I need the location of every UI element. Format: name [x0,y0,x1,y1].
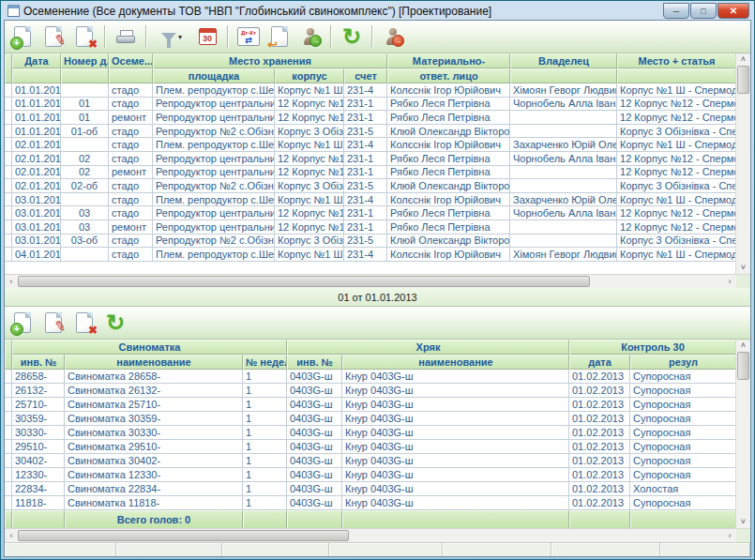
horizontal-scrollbar[interactable]: ‹ › [5,275,736,288]
table-row[interactable]: 26132- Свиноматка 26132- 1 0403G-ш Кнур … [5,384,735,398]
cell-boar-inv[interactable]: 0403G-ш [287,482,342,496]
cell-boar-name[interactable]: Кнур 0403G-ш [342,454,569,468]
cell-owner[interactable]: Хімоян Геворг Людвигович [510,248,617,262]
cell-sow-inv[interactable]: 25710- [12,398,65,412]
cell-place[interactable]: 12 Корпус №12 - Спермодози [617,220,735,235]
cell-account[interactable]: 231-1 [344,166,387,180]
cell-sow-inv[interactable]: 30359- [12,412,65,426]
cell-sow-inv[interactable]: 28658- [12,370,65,384]
table-row[interactable]: 22834- Свиноматка 22834- 1 0403G-ш Кнур … [5,482,735,496]
cell-number[interactable] [61,83,109,98]
cell-mol[interactable]: Колєснік Ігор Юрійович [387,248,510,262]
cell-sow-name[interactable]: Свиноматка 11818- [65,496,243,510]
cell-boar-name[interactable]: Кнур 0403G-ш [342,468,569,482]
scroll-up-icon[interactable]: ˄ [737,340,750,352]
table-row[interactable]: 01.01.2013 стадо Плем. репродуктор с.Шеп… [5,83,735,98]
column-header-inseminator[interactable]: Осеме... [109,53,153,68]
cell-week[interactable]: 1 [243,454,287,468]
filter-button[interactable]: ▾ [153,23,190,50]
scroll-up-icon[interactable]: ˄ [737,53,750,66]
cell-number[interactable] [61,138,109,152]
row-selector[interactable] [5,111,12,125]
column-header-date[interactable]: Дата [12,53,61,68]
cell-owner[interactable]: Чорнобель Алла Іванівна [510,206,617,220]
column-header-place[interactable]: Место + статья [617,53,735,68]
cell-site[interactable]: Репродуктор центральний м... [153,166,275,180]
scroll-down-icon[interactable]: ˅ [737,262,750,274]
cell-week[interactable]: 1 [243,468,287,482]
table-row[interactable]: 28658- Свиноматка 28658- 1 0403G-ш Кнур … [5,370,735,384]
cell-boar-inv[interactable]: 0403G-ш [287,370,342,384]
row-selector[interactable] [5,179,12,193]
refresh-detail-button[interactable]: ↻ [101,310,129,336]
row-selector[interactable] [5,454,12,468]
cell-building[interactable]: 12 Корпус №12 [275,166,344,180]
minimize-button[interactable]: ─ [663,3,689,19]
cell-boar-inv[interactable]: 0403G-ш [287,496,342,510]
cell-owner[interactable]: Захарченко Юрій Олекса... [510,138,617,152]
row-selector[interactable] [5,412,12,426]
cell-account[interactable]: 231-5 [344,235,387,249]
cell-owner[interactable]: Чорнобель Алла Іванівна [510,152,617,166]
cell-site[interactable]: Репродуктор центральний м... [153,220,275,235]
column-group-control30[interactable]: Контроль 30 [569,340,735,355]
cell-control-date[interactable]: 01.02.2013 [569,482,630,496]
horizontal-scrollbar[interactable]: ‹ › [5,529,736,542]
cell-account[interactable]: 231-1 [344,152,387,166]
column-header-week[interactable]: № недели [243,355,287,370]
cell-sow-inv[interactable]: 22834- [12,482,65,496]
row-selector[interactable] [5,235,12,249]
cell-mol[interactable]: Рябко Леся Петрівна [387,98,510,112]
cell-place[interactable]: Корпус 3 Обізнівка - Спермод [617,235,735,249]
calendar-button[interactable]: 30 [193,23,221,50]
cell-number[interactable]: 03 [61,206,109,220]
cell-owner[interactable]: Захарченко Юрій Олекса... [510,193,617,207]
cell-sow-inv[interactable]: 30402- [12,454,65,468]
print-button[interactable] [112,23,140,50]
cell-date[interactable]: 01.01.2013 [12,98,61,112]
cell-week[interactable]: 1 [243,412,287,426]
cell-date[interactable]: 02.01.2013 [12,152,61,166]
table-row[interactable]: 11818- Свиноматка 11818- 1 0403G-ш Кнур … [5,496,735,510]
cell-number[interactable]: 03-об [61,235,109,249]
column-header-control-date[interactable]: дата [569,355,630,370]
cell-boar-inv[interactable]: 0403G-ш [287,384,342,398]
cell-sow-name[interactable]: Свиноматка 25710- [65,398,243,412]
cell-boar-inv[interactable]: 0403G-ш [287,412,342,426]
cell-sow-inv[interactable]: 29510- [12,440,65,454]
cell-date[interactable]: 03.01.2013 [12,235,61,249]
cell-sow-inv[interactable]: 12330- [12,468,65,482]
table-row[interactable]: 01.01.2013 01 ремонт Репродуктор централ… [5,111,735,125]
cell-owner[interactable] [510,125,617,139]
cell-mol[interactable]: Рябко Леся Петрівна [387,166,510,180]
cell-owner[interactable] [510,179,617,193]
table-row[interactable]: 02.01.2013 стадо Плем. репродуктор с.Шеп… [5,138,735,152]
cell-site[interactable]: Репродуктор центральний м... [153,206,275,220]
cell-sow-name[interactable]: Свиноматка 30330- [65,426,243,440]
column-group-storage[interactable]: Место хранения [153,53,387,68]
scrollbar-thumb[interactable] [737,352,749,380]
cell-boar-name[interactable]: Кнур 0403G-ш [342,384,569,398]
table-row[interactable]: 30330- Свиноматка 30330- 1 0403G-ш Кнур … [5,426,735,440]
cell-place[interactable]: Корпус 3 Обізнівка - Спермод [617,125,735,139]
debit-credit-button[interactable]: Дт-Кт ⇄ [234,23,263,50]
cell-site[interactable]: Репродуктор центральний м... [153,98,275,112]
cell-mol[interactable]: Клюй Олександр Вікторович [387,125,510,139]
table-row[interactable]: 01.01.2013 01-об стадо Репродуктор №2 с.… [5,125,735,139]
row-selector[interactable] [5,370,12,384]
cell-place[interactable]: Корпус №1 Ш - Спермодози [617,138,735,152]
vertical-scrollbar[interactable]: ˄ ˅ [735,53,750,274]
row-selector[interactable] [5,98,12,112]
row-selector[interactable] [5,206,12,220]
cell-account[interactable]: 231-4 [344,193,387,207]
cell-building[interactable]: 12 Корпус №12 [275,111,344,125]
cell-account[interactable]: 231-4 [344,83,387,98]
cell-number[interactable]: 01 [61,98,109,112]
edit-document-button[interactable]: ✎ [39,23,68,50]
cell-inseminator[interactable]: ремонт [109,111,153,125]
column-header-boar-name[interactable]: наименование [342,355,569,370]
cell-mol[interactable]: Колєснік Ігор Юрійович [387,83,510,98]
column-header-sow-name[interactable]: наименование [65,355,243,370]
copy-document-button[interactable]: ↩ [265,23,294,50]
scroll-down-icon[interactable]: ˅ [737,516,750,528]
